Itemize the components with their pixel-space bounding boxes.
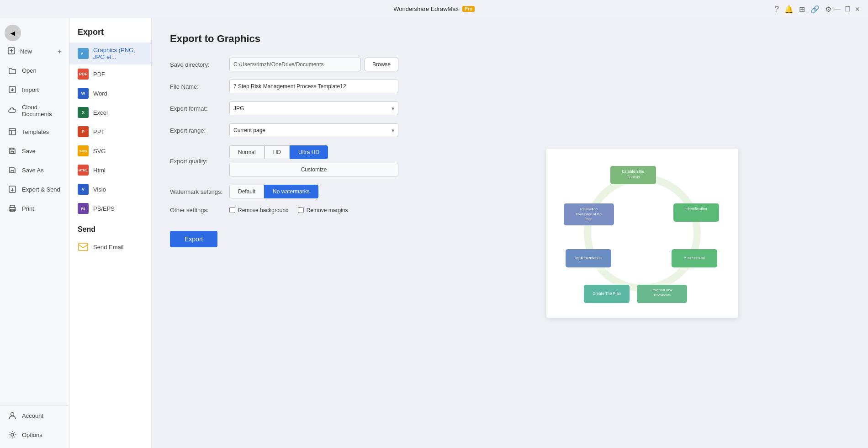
graphics-file-icon: P: [78, 48, 89, 59]
export-item-svg[interactable]: SVG SVG: [69, 141, 151, 160]
sidebar-item-templates[interactable]: Templates: [0, 122, 69, 141]
help-icon[interactable]: ?: [775, 5, 779, 13]
export-item-word[interactable]: W Word: [69, 84, 151, 103]
ppt-file-icon: P: [78, 126, 89, 137]
svg-text:Create The Plan: Create The Plan: [593, 291, 621, 296]
customize-button[interactable]: Customize: [229, 163, 398, 176]
export-item-graphics[interactable]: P Graphics (PNG, JPG et...: [69, 43, 151, 64]
sidebar-bottom: Account Options: [0, 405, 69, 444]
email-icon: [78, 241, 89, 252]
other-settings-control: Remove background Remove margins: [229, 207, 398, 213]
sidebar-item-account[interactable]: Account: [0, 406, 69, 425]
settings-icon[interactable]: ⚙: [825, 5, 831, 13]
share-icon[interactable]: 🔗: [810, 5, 820, 13]
svg-text:Potential Risk: Potential Risk: [651, 288, 672, 292]
minimize-button[interactable]: —: [834, 6, 841, 12]
export-item-html[interactable]: HTML Html: [69, 160, 151, 180]
export-form: Export to Graphics Save directory: Brows…: [152, 18, 417, 448]
templates-icon: [7, 127, 17, 137]
notification-icon[interactable]: 🔔: [784, 5, 794, 13]
account-icon: [7, 411, 17, 421]
export-range-control: Current page All pages Selected pages ▾: [229, 123, 398, 137]
save-icon: [7, 146, 17, 156]
svg-text:ReviewAnd: ReviewAnd: [580, 207, 598, 211]
pdf-file-icon: PDF: [78, 69, 89, 80]
other-settings-row: Other settings: Remove background Remove…: [170, 207, 398, 213]
save-directory-input[interactable]: [229, 58, 361, 71]
diagram-preview: Establish the Context Identification Ass…: [556, 158, 729, 309]
cloud-icon: [7, 106, 17, 116]
remove-margins-label: Remove margins: [307, 207, 348, 213]
svg-rect-20: [673, 203, 719, 222]
save-directory-row: Save directory: Browse: [170, 58, 398, 71]
sidebar-item-saveas[interactable]: Save As: [0, 160, 69, 180]
visio-file-icon: V: [78, 184, 89, 195]
export-item-pseps[interactable]: PS PS/EPS: [69, 199, 151, 218]
export-range-label: Export range:: [170, 127, 229, 134]
watermark-label: Watermark settings:: [170, 188, 229, 195]
watermark-none-button[interactable]: No watermarks: [264, 185, 318, 198]
open-icon: [7, 65, 17, 75]
sidebar-item-save[interactable]: Save: [0, 141, 69, 160]
watermark-default-button[interactable]: Default: [229, 185, 264, 198]
export-label: Export & Send: [22, 186, 60, 193]
quality-hd-button[interactable]: HD: [265, 145, 290, 159]
sidebar-item-import[interactable]: Import: [0, 80, 69, 99]
save-label: Save: [22, 148, 36, 155]
maximize-button[interactable]: ❐: [844, 6, 851, 12]
svg-text:Assessment: Assessment: [684, 256, 705, 260]
sidebar-item-new[interactable]: New +: [0, 42, 69, 61]
sidebar-item-print[interactable]: Print: [0, 199, 69, 218]
export-form-title: Export to Graphics: [170, 33, 398, 45]
export-item-ppt[interactable]: P PPT: [69, 122, 151, 141]
pdf-label: PDF: [93, 71, 105, 78]
html-label: Html: [93, 167, 106, 174]
remove-margins-checkbox[interactable]: Remove margins: [298, 207, 348, 213]
svg-text:Treatments: Treatments: [653, 293, 671, 297]
close-button[interactable]: ✕: [854, 6, 861, 12]
quality-ultrahd-button[interactable]: Ultra HD: [290, 145, 328, 159]
ps-file-icon: PS: [78, 203, 89, 214]
excel-file-icon: X: [78, 107, 89, 118]
svg-text:Context: Context: [626, 175, 640, 179]
ppt-label: PPT: [93, 128, 105, 135]
pro-badge: Pro: [462, 6, 475, 12]
quality-normal-button[interactable]: Normal: [229, 145, 265, 159]
browse-button[interactable]: Browse: [365, 58, 398, 71]
send-header: Send: [69, 218, 151, 237]
svg-file-icon: SVG: [78, 145, 89, 156]
file-name-label: File Name:: [170, 83, 229, 90]
svg-label: SVG: [93, 148, 106, 155]
sidebar-item-open[interactable]: Open: [0, 61, 69, 80]
html-file-icon: HTML: [78, 165, 89, 176]
preview-area: Establish the Context Identification Ass…: [417, 18, 868, 448]
sidebar-item-export[interactable]: Export & Send: [0, 180, 69, 199]
file-name-input[interactable]: [229, 80, 398, 93]
mid-panel: Export P Graphics (PNG, JPG et... PDF PD…: [69, 18, 152, 448]
export-item-visio[interactable]: V Visio: [69, 180, 151, 199]
export-item-pdf[interactable]: PDF PDF: [69, 64, 151, 84]
export-quality-label: Export quality:: [170, 158, 229, 165]
svg-point-9: [14, 208, 15, 209]
sidebar-item-options[interactable]: Options: [0, 425, 69, 444]
export-format-select[interactable]: JPG PNG BMP SVG PDF: [229, 101, 398, 115]
save-directory-control: Browse: [229, 58, 398, 71]
send-email-item[interactable]: Send Email: [69, 237, 151, 256]
main-content: Export to Graphics Save directory: Brows…: [152, 18, 868, 448]
remove-bg-checkbox[interactable]: Remove background: [229, 207, 289, 213]
grid-icon[interactable]: ⊞: [799, 5, 805, 13]
svg-text:Plan: Plan: [585, 217, 592, 221]
remove-margins-input[interactable]: [298, 207, 304, 213]
back-button[interactable]: ◀: [5, 25, 21, 41]
window-controls: — ❐ ✕: [834, 6, 861, 12]
export-quality-control: Normal HD Ultra HD Customize: [229, 145, 398, 176]
svg-point-10: [11, 413, 14, 416]
export-item-excel[interactable]: X Excel: [69, 103, 151, 122]
export-format-label: Export format:: [170, 105, 229, 112]
remove-bg-input[interactable]: [229, 207, 235, 213]
new-label: New: [20, 48, 32, 55]
export-button[interactable]: Export: [170, 231, 217, 247]
export-range-select[interactable]: Current page All pages Selected pages: [229, 123, 398, 137]
sidebar-item-cloud[interactable]: Cloud Documents: [0, 99, 69, 122]
graphics-label: Graphics (PNG, JPG et...: [93, 47, 143, 60]
